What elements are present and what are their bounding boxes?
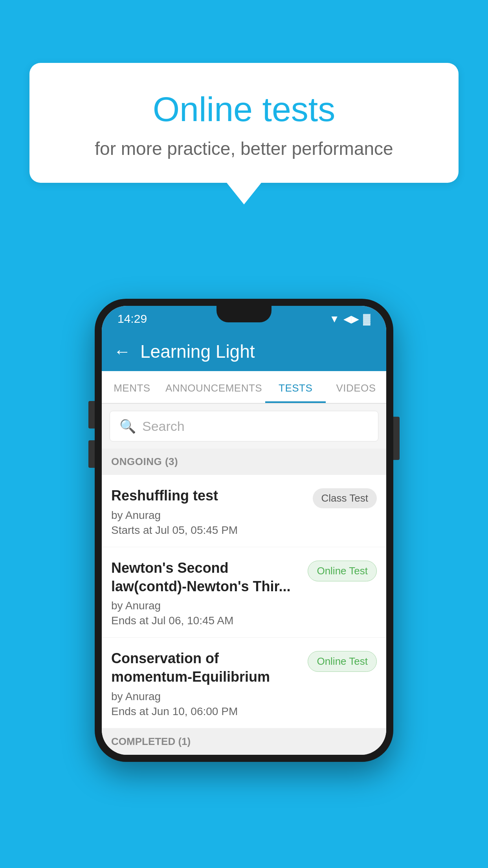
back-button[interactable]: ←	[114, 342, 131, 361]
speech-bubble-arrow	[227, 183, 261, 204]
search-bar[interactable]: 🔍 Search	[110, 411, 378, 441]
test-badge-3: Online Test	[308, 651, 377, 672]
phone-screen: 14:29 ▼ ◀▶ ▓ ← Learning Light MENTS ANNO…	[102, 306, 386, 755]
volume-up-button	[88, 401, 95, 428]
test-info-1: Reshuffling test by Anurag Starts at Jul…	[111, 487, 306, 537]
status-time: 14:29	[117, 312, 147, 326]
status-icons: ▼ ◀▶ ▓	[329, 313, 371, 325]
ongoing-label: ONGOING (3)	[111, 456, 178, 467]
search-icon: 🔍	[119, 418, 136, 434]
test-author-1: by Anurag	[111, 509, 306, 522]
tabs-bar: MENTS ANNOUNCEMENTS TESTS VIDEOS	[102, 371, 386, 404]
app-bar: ← Learning Light	[102, 332, 386, 371]
notch	[216, 306, 272, 322]
completed-section-header: COMPLETED (1)	[102, 728, 386, 755]
tab-ments[interactable]: MENTS	[102, 371, 162, 403]
power-button	[393, 417, 400, 460]
volume-down-button	[88, 440, 95, 468]
test-item-2[interactable]: Newton's Second law(contd)-Newton's Thir…	[102, 547, 386, 638]
tab-announcements[interactable]: ANNOUNCEMENTS	[162, 371, 265, 403]
wifi-icon: ▼	[329, 313, 339, 325]
test-info-3: Conservation of momentum-Equilibrium by …	[111, 649, 301, 718]
ongoing-section-header: ONGOING (3)	[102, 449, 386, 475]
speech-bubble-wrapper: Online tests for more practice, better p…	[29, 63, 459, 204]
test-name-1: Reshuffling test	[111, 487, 306, 505]
test-item-3[interactable]: Conservation of momentum-Equilibrium by …	[102, 638, 386, 728]
completed-label: COMPLETED (1)	[111, 736, 191, 747]
search-container: 🔍 Search	[102, 404, 386, 449]
phone-wrapper: 14:29 ▼ ◀▶ ▓ ← Learning Light MENTS ANNO…	[95, 299, 393, 762]
speech-bubble-title: Online tests	[53, 90, 435, 129]
tab-tests[interactable]: TESTS	[265, 371, 326, 403]
test-badge-2: Online Test	[308, 561, 377, 581]
test-time-2: Ends at Jul 06, 10:45 AM	[111, 614, 301, 627]
speech-bubble-subtitle: for more practice, better performance	[53, 138, 435, 159]
phone-outer: 14:29 ▼ ◀▶ ▓ ← Learning Light MENTS ANNO…	[95, 299, 393, 762]
test-badge-1: Class Test	[313, 488, 377, 508]
test-list: Reshuffling test by Anurag Starts at Jul…	[102, 475, 386, 728]
search-input[interactable]: Search	[142, 419, 185, 434]
tab-videos[interactable]: VIDEOS	[326, 371, 386, 403]
speech-bubble: Online tests for more practice, better p…	[29, 63, 459, 183]
test-name-3: Conservation of momentum-Equilibrium	[111, 649, 301, 686]
test-time-1: Starts at Jul 05, 05:45 PM	[111, 524, 306, 537]
test-item-1[interactable]: Reshuffling test by Anurag Starts at Jul…	[102, 475, 386, 547]
app-title: Learning Light	[140, 341, 255, 362]
signal-icon: ◀▶	[343, 313, 359, 325]
battery-icon: ▓	[363, 313, 371, 325]
test-info-2: Newton's Second law(contd)-Newton's Thir…	[111, 559, 301, 627]
test-author-3: by Anurag	[111, 690, 301, 703]
test-name-2: Newton's Second law(contd)-Newton's Thir…	[111, 559, 301, 596]
test-author-2: by Anurag	[111, 600, 301, 612]
test-time-3: Ends at Jun 10, 06:00 PM	[111, 705, 301, 718]
